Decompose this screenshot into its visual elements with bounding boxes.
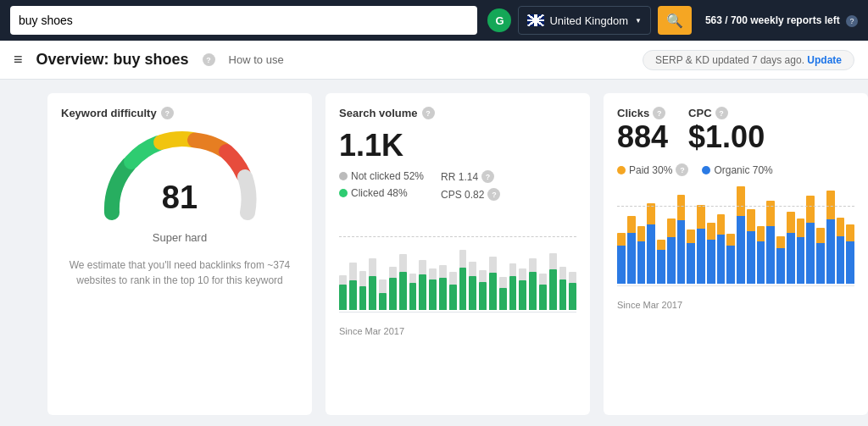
blue-segment: [677, 220, 686, 284]
clicks-help-icon[interactable]: ?: [653, 107, 665, 119]
blue-segment: [816, 243, 825, 284]
organic-label: Organic 70%: [714, 164, 772, 176]
grammarly-icon: G: [487, 8, 511, 32]
green-bar: [449, 285, 457, 310]
blue-segment: [717, 235, 726, 284]
green-bar: [529, 272, 537, 310]
blue-segment: [826, 219, 835, 284]
bar-group: [569, 272, 576, 310]
svg-text:81: 81: [162, 180, 198, 215]
green-bar: [379, 293, 387, 310]
bar-group: [359, 271, 367, 310]
dashed-line: [339, 236, 576, 237]
stacked-bar: [726, 234, 735, 284]
bar-group: [459, 250, 467, 310]
clicks-legend: Paid 30% ? Organic 70%: [617, 163, 854, 176]
kd-title-label: Keyword difficulty: [61, 107, 157, 119]
metrics-row: Clicks ? 884 CPC ? $1.00: [617, 107, 854, 155]
sv-help-icon[interactable]: ?: [422, 107, 435, 119]
bar-group: [549, 253, 557, 310]
orange-segment: [667, 219, 676, 237]
clicked-label: Clicked 48%: [351, 187, 408, 199]
search-button[interactable]: 🔍: [658, 6, 692, 35]
how-to-use-link[interactable]: How to use: [229, 53, 284, 66]
orange-segment: [826, 191, 835, 219]
bar-group: [399, 254, 407, 310]
country-selector[interactable]: United Kingdom ▼: [518, 6, 650, 35]
rr-help-icon[interactable]: ?: [481, 170, 494, 183]
orange-segment: [806, 196, 815, 223]
bar-group: [379, 279, 387, 310]
green-bar: [429, 279, 437, 310]
stacked-bar: [776, 236, 785, 284]
clicks-metric: Clicks ? 884: [617, 107, 668, 155]
stacked-bar: [787, 212, 795, 284]
bar-group: [479, 270, 487, 310]
green-bar: [369, 276, 376, 310]
green-bar: [519, 280, 526, 310]
green-bar: [409, 283, 417, 310]
orange-segment: [757, 226, 765, 241]
blue-segment: [637, 241, 646, 284]
blue-segment: [697, 229, 705, 284]
paid-dot: [617, 166, 626, 174]
cps-stat: CPS 0.82 ?: [441, 188, 500, 201]
page-title: Overview: buy shoes: [36, 51, 189, 69]
blue-segment: [687, 243, 695, 284]
cps-help-icon[interactable]: ?: [487, 188, 500, 201]
bar-group: [409, 274, 417, 310]
blue-segment: [787, 233, 795, 284]
search-input[interactable]: [19, 14, 469, 27]
stacked-bar: [757, 226, 765, 284]
cpc-help-icon[interactable]: ?: [715, 107, 728, 119]
not-clicked-label: Not clicked 52%: [351, 170, 424, 182]
update-link[interactable]: Update: [807, 54, 842, 66]
orange-segment: [697, 205, 705, 229]
blue-segment: [806, 223, 815, 284]
bar-group: [559, 267, 567, 310]
bar-group: [369, 258, 376, 310]
cpc-label: CPC ?: [688, 107, 765, 119]
reports-info-icon[interactable]: ?: [846, 15, 858, 27]
orange-segment: [766, 201, 775, 226]
gauge-container: 81 Super hard: [61, 128, 298, 244]
blue-segment: [766, 226, 775, 284]
green-bar: [559, 279, 567, 310]
rr-label: RR 1.14: [441, 171, 478, 183]
orange-segment: [837, 218, 845, 236]
orange-segment: [797, 219, 805, 237]
stacked-bar: [826, 191, 835, 284]
kd-help-icon[interactable]: ?: [161, 107, 174, 119]
not-clicked-dot: [339, 172, 348, 180]
blue-segment: [776, 248, 785, 284]
green-bar: [399, 272, 407, 310]
stacked-bar: [837, 218, 845, 284]
cpc-value: $1.00: [688, 119, 765, 155]
blue-segment: [757, 241, 765, 284]
bar-group: [449, 272, 457, 310]
orange-segment: [707, 223, 715, 240]
stacked-bar: [627, 216, 636, 284]
bar-group: [349, 263, 357, 310]
menu-icon[interactable]: ≡: [14, 51, 23, 69]
green-bar: [459, 268, 467, 310]
blue-segment: [617, 246, 626, 284]
green-bar: [479, 282, 487, 310]
orange-segment: [677, 195, 686, 220]
gauge-svg: 81: [95, 128, 264, 230]
gauge-label: Super hard: [153, 231, 207, 244]
stacked-bar-chart: (function() { const stackedBars = [ {blu…: [617, 185, 854, 286]
stacked-bar: [697, 205, 705, 284]
orange-segment: [846, 224, 854, 241]
green-bar: [349, 280, 357, 310]
cpc-metric: CPC ? $1.00: [688, 107, 765, 155]
clicks-dashed-line: [617, 206, 854, 207]
clicks-value: 884: [617, 119, 668, 155]
stacked-bar: [657, 240, 665, 284]
orange-segment: [717, 214, 726, 235]
paid-help-icon[interactable]: ?: [676, 163, 688, 176]
help-icon[interactable]: ?: [203, 53, 215, 66]
keyword-difficulty-card: Keyword difficulty ? 81 Super hard: [47, 93, 312, 415]
paid-label: Paid 30%: [629, 164, 672, 176]
blue-segment: [707, 240, 715, 284]
